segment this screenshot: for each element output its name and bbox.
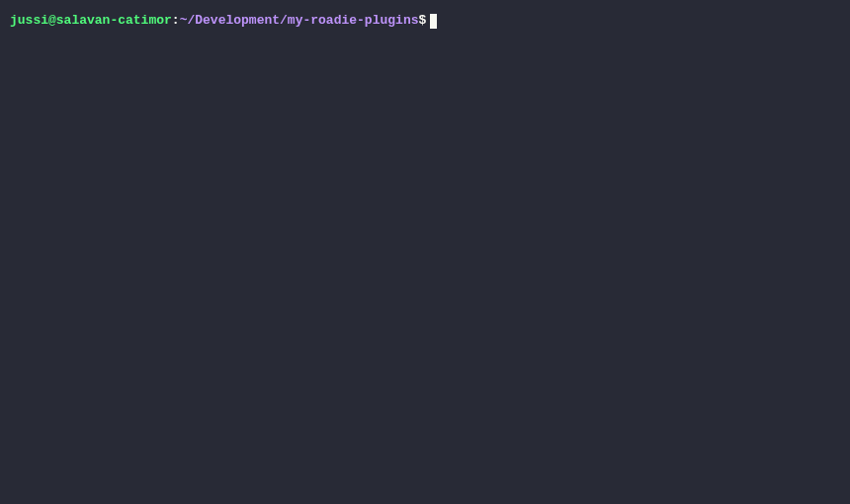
prompt-colon: : — [172, 12, 180, 30]
cursor-icon — [430, 14, 437, 29]
user-host: jussi@salavan-catimor — [10, 12, 172, 30]
current-path: ~/Development/my-roadie-plugins — [180, 12, 419, 30]
terminal-prompt-line: jussi@salavan-catimor:~/Development/my-r… — [10, 12, 840, 30]
prompt-dollar: $ — [418, 12, 426, 30]
